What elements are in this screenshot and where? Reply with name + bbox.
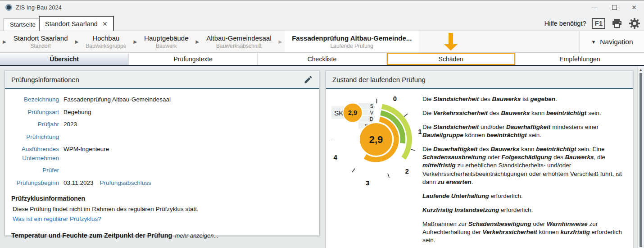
svg-text:3: 3 bbox=[366, 179, 369, 187]
condition-paragraph: Kurzfristig Instandsetzung erforderlich. bbox=[422, 206, 626, 214]
zustand-panel: Zustand der laufenden Prüfung SVDSch0123… bbox=[326, 70, 633, 248]
breadcrumb-laufende-pruefung[interactable]: Fassadenprüfung Altbau-Gemeinde... Laufe… bbox=[285, 31, 419, 52]
orange-down-arrow-icon bbox=[444, 33, 458, 51]
svg-text:2: 2 bbox=[405, 167, 409, 175]
tab-startseite[interactable]: Startseite bbox=[4, 18, 42, 31]
field-pruefer: Prüfer bbox=[11, 166, 312, 175]
tab-uebersicht[interactable]: Übersicht bbox=[0, 53, 129, 65]
scrollbar-thumb[interactable] bbox=[639, 73, 642, 247]
chevron-right-icon: ▶ bbox=[0, 39, 9, 44]
printer-icon bbox=[611, 18, 623, 29]
panel-title: Prüfungsinformationen bbox=[11, 76, 79, 83]
breadcrumb: ▶ Standort Saarland Standort ▶ Hochbau B… bbox=[0, 31, 644, 53]
close-button[interactable]: ✕ bbox=[624, 0, 644, 14]
tab-checkliste[interactable]: Checkliste bbox=[258, 53, 386, 65]
pruefzyklus-text: Diese Prüfung findet nicht im Rahmen des… bbox=[11, 206, 312, 212]
svg-text:–: – bbox=[331, 136, 335, 143]
field-ausfuehrendes-unternehmen: Ausführendes Unternehmen WPM-Ingenieure bbox=[11, 145, 312, 162]
svg-text:S: S bbox=[370, 103, 373, 109]
tab-schaeden[interactable]: Schäden bbox=[387, 53, 516, 65]
vertical-scrollbar[interactable]: ▲ bbox=[637, 66, 644, 248]
chevron-down-icon: ▼ bbox=[591, 39, 596, 45]
breadcrumb-hauptgebaeude[interactable]: Hauptgebäude Bauwerk bbox=[140, 31, 193, 52]
chevron-right-icon: ▶ bbox=[131, 39, 140, 44]
mehr-anzeigen-link[interactable]: mehr anzeigen... bbox=[175, 232, 218, 239]
svg-text:4: 4 bbox=[333, 153, 337, 161]
window-title: ZIS Ing-Bau 2024 bbox=[16, 4, 62, 11]
condition-gauge-chart: SVDSch01234–SK2,92,9 bbox=[328, 92, 422, 187]
minimize-button[interactable]: — bbox=[585, 0, 604, 14]
document-tab-bar: Startseite Standort Saarland ✕ Hilfe ben… bbox=[0, 14, 644, 31]
gear-icon bbox=[629, 18, 640, 29]
navigation-button[interactable]: ▼ Navigation bbox=[580, 31, 644, 52]
tab-standort-saarland[interactable]: Standort Saarland ✕ bbox=[39, 16, 114, 31]
app-icon bbox=[5, 4, 12, 11]
condition-paragraph: Maßnahmen zur Schadensbeseitigung oder W… bbox=[422, 220, 626, 244]
svg-text:D: D bbox=[370, 116, 373, 122]
maximize-icon bbox=[612, 5, 617, 10]
panel-header: Prüfungsinformationen bbox=[5, 71, 319, 89]
title-bar: ZIS Ing-Bau 2024 — ✕ bbox=[0, 0, 644, 14]
panel-title: Zustand der laufenden Prüfung bbox=[332, 76, 426, 83]
svg-text:2,9: 2,9 bbox=[348, 109, 357, 116]
section-tab-bar: Übersicht Prüfungstexte Checkliste Schäd… bbox=[0, 53, 644, 66]
chevron-right-icon: ▶ bbox=[276, 39, 285, 44]
svg-text:2,9: 2,9 bbox=[369, 134, 383, 145]
condition-gauge: SVDSch01234–SK2,92,9 bbox=[328, 92, 422, 248]
pruefzyklus-link[interactable]: Was ist ein regulärer Prüfzyklus? bbox=[11, 216, 312, 222]
scroll-up-icon[interactable]: ▲ bbox=[638, 66, 644, 72]
temperatur-title: Temperatur und Feuchte zum Zeitpunkt der… bbox=[11, 232, 312, 239]
condition-descriptions: Die Standsicherheit des Bauwerks ist geg… bbox=[422, 92, 628, 248]
condition-paragraph: Die Verkehrssicherheit des Bauwerks kann… bbox=[422, 109, 626, 117]
field-pruefrichtung: Prüfrichtung bbox=[11, 133, 312, 142]
help-needed-label: Hilfe benötigt? bbox=[544, 20, 586, 27]
tab-close-icon[interactable]: ✕ bbox=[102, 20, 108, 28]
pruefzyklus-title: Prüfzyklusinformationen bbox=[11, 195, 312, 202]
f1-help-button[interactable]: F1 bbox=[592, 18, 605, 28]
breadcrumb-hochbau[interactable]: Hochbau Bauwerksgruppe bbox=[81, 31, 131, 52]
condition-paragraph: Die Standsicherheit des Bauwerks ist geg… bbox=[422, 95, 626, 103]
breadcrumb-standort-saarland[interactable]: Standort Saarland Standort bbox=[9, 31, 73, 52]
tab-pruefungstexte[interactable]: Prüfungstexte bbox=[129, 53, 258, 65]
print-button[interactable] bbox=[611, 18, 623, 29]
maximize-button[interactable] bbox=[604, 0, 624, 14]
condition-paragraph: Die Dauerhaftigkeit des Bauwerks kann be… bbox=[422, 145, 626, 186]
field-pruefungsabschluss-label: Prüfungsabschluss bbox=[100, 179, 151, 188]
panel-header: Zustand der laufenden Prüfung bbox=[326, 71, 633, 89]
field-pruefjahr: Prüfjahr 2023 bbox=[11, 120, 312, 129]
pruefungsinformationen-panel: Prüfungsinformationen Bezeichnung Fassad… bbox=[5, 70, 320, 236]
svg-text:0: 0 bbox=[393, 95, 397, 102]
chevron-right-icon: ▶ bbox=[193, 39, 202, 44]
content-area: Prüfungsinformationen Bezeichnung Fassad… bbox=[0, 66, 644, 248]
field-bezeichnung: Bezeichnung Fassadenprüfung Altbau-Gemei… bbox=[11, 95, 312, 104]
condition-paragraph: Laufende Unterhaltung erforderlich. bbox=[422, 192, 626, 200]
breadcrumb-altbau-gemeindesaal[interactable]: Altbau-Gemeindesaal Bauwerksabschnitt bbox=[202, 31, 276, 52]
condition-paragraph: Die Standsicherheit und/oder Dauerhaftig… bbox=[422, 123, 626, 139]
edit-pencil-icon[interactable] bbox=[304, 75, 313, 84]
field-pruefungsart: Prüfungsart Begehung bbox=[11, 108, 312, 117]
tab-empfehlungen[interactable]: Empfehlungen bbox=[516, 53, 644, 65]
svg-text:1: 1 bbox=[418, 128, 422, 135]
settings-button[interactable] bbox=[629, 18, 640, 29]
chevron-right-icon: ▶ bbox=[73, 39, 82, 44]
svg-text:V: V bbox=[370, 110, 374, 115]
field-pruefungsbeginn: Prüfungsbeginn 03.11.2023 Prüfungsabschl… bbox=[11, 179, 312, 188]
svg-text:SK: SK bbox=[334, 109, 344, 117]
